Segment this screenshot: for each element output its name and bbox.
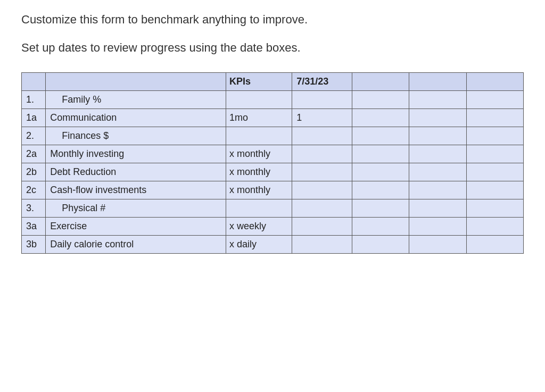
row-label: Physical # (46, 199, 226, 218)
row-date2 (352, 109, 409, 127)
row-kpi: x weekly (226, 218, 292, 236)
row-kpi: x daily (226, 236, 292, 254)
row-label: Finances $ (46, 127, 226, 145)
table-row: 3bDaily calorie controlx daily (22, 236, 524, 254)
row-date2 (352, 91, 409, 109)
row-date2 (352, 218, 409, 236)
row-date4 (466, 109, 523, 127)
row-date3 (409, 145, 466, 163)
table-row: 1.Family % (22, 91, 524, 109)
table-header-row: KPIs 7/31/23 (22, 73, 524, 91)
row-date3 (409, 163, 466, 181)
row-date2 (352, 145, 409, 163)
table-row: 2.Finances $ (22, 127, 524, 145)
row-date1 (292, 127, 352, 145)
row-num: 2b (22, 163, 46, 181)
row-date1 (292, 199, 352, 218)
row-date1: 1 (292, 109, 352, 127)
row-date1 (292, 91, 352, 109)
row-label: Communication (46, 109, 226, 127)
row-date4 (466, 145, 523, 163)
row-kpi (226, 199, 292, 218)
row-date2 (352, 127, 409, 145)
header-kpi-col: KPIs (226, 73, 292, 91)
row-date3 (409, 199, 466, 218)
row-date4 (466, 199, 523, 218)
row-label: Family % (46, 91, 226, 109)
header-section: Customize this form to benchmark anythin… (21, 11, 524, 56)
header-num-col (22, 73, 46, 91)
row-kpi: 1mo (226, 109, 292, 127)
row-kpi (226, 91, 292, 109)
row-label: Debt Reduction (46, 163, 226, 181)
row-num: 3. (22, 199, 46, 218)
row-date1 (292, 218, 352, 236)
row-date2 (352, 181, 409, 199)
row-num: 1. (22, 91, 46, 109)
row-date3 (409, 181, 466, 199)
header-date1-col: 7/31/23 (292, 73, 352, 91)
row-kpi: x monthly (226, 163, 292, 181)
row-date4 (466, 163, 523, 181)
row-date3 (409, 127, 466, 145)
row-date1 (292, 181, 352, 199)
row-date4 (466, 236, 523, 254)
header-date3-col (409, 73, 466, 91)
table-row: 1aCommunication1mo1 (22, 109, 524, 127)
row-num: 2. (22, 127, 46, 145)
row-kpi: x monthly (226, 145, 292, 163)
row-date4 (466, 127, 523, 145)
kpi-table-wrapper: KPIs 7/31/23 1.Family %1aCommunication1m… (21, 72, 524, 254)
table-row: 3.Physical # (22, 199, 524, 218)
row-date3 (409, 218, 466, 236)
row-date3 (409, 109, 466, 127)
header-line2: Set up dates to review progress using th… (21, 39, 524, 56)
table-row: 2aMonthly investingx monthly (22, 145, 524, 163)
row-date1 (292, 163, 352, 181)
header-date4-col (466, 73, 523, 91)
row-date4 (466, 181, 523, 199)
header-label-col (46, 73, 226, 91)
row-date1 (292, 145, 352, 163)
row-date3 (409, 91, 466, 109)
header-date2-col (352, 73, 409, 91)
row-label: Exercise (46, 218, 226, 236)
row-date2 (352, 163, 409, 181)
row-kpi (226, 127, 292, 145)
row-num: 3a (22, 218, 46, 236)
row-label: Monthly investing (46, 145, 226, 163)
table-row: 2bDebt Reductionx monthly (22, 163, 524, 181)
row-num: 1a (22, 109, 46, 127)
header-line1: Customize this form to benchmark anythin… (21, 11, 524, 28)
row-label: Daily calorie control (46, 236, 226, 254)
row-num: 2a (22, 145, 46, 163)
kpi-table: KPIs 7/31/23 1.Family %1aCommunication1m… (21, 72, 524, 254)
table-row: 3aExercisex weekly (22, 218, 524, 236)
row-num: 2c (22, 181, 46, 199)
row-date4 (466, 91, 523, 109)
row-date2 (352, 199, 409, 218)
row-date2 (352, 236, 409, 254)
row-date1 (292, 236, 352, 254)
row-date4 (466, 218, 523, 236)
row-label: Cash-flow investments (46, 181, 226, 199)
row-date3 (409, 236, 466, 254)
row-kpi: x monthly (226, 181, 292, 199)
table-row: 2cCash-flow investmentsx monthly (22, 181, 524, 199)
row-num: 3b (22, 236, 46, 254)
